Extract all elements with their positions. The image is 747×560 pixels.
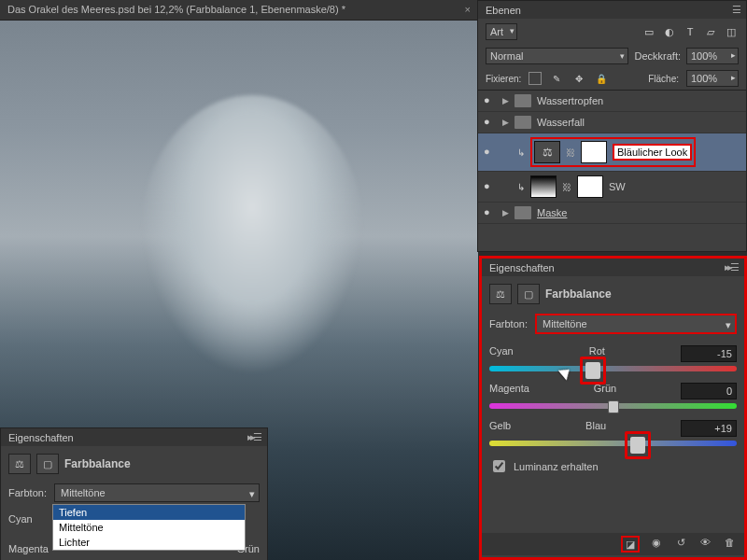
visibility-icon[interactable] [484, 180, 497, 193]
properties-panel: Eigenschaften ▸▸ ☰ ⚖ ▢ Farbbalance Farbt… [479, 256, 747, 560]
filter-type-icon[interactable]: T [683, 25, 698, 38]
fill-input[interactable]: 100% [686, 70, 739, 87]
tone-select[interactable]: Mitteltöne [54, 483, 260, 502]
view-previous-icon[interactable]: ◉ [649, 536, 664, 549]
clip-icon: ↳ [517, 147, 525, 158]
layer-label: Wassertropfen [537, 95, 603, 106]
link-icon[interactable]: ⛓ [566, 147, 575, 158]
mask-panel-icon[interactable]: ▢ [36, 454, 59, 474]
visibility-icon[interactable] [484, 94, 497, 107]
dropdown-option[interactable]: Lichter [53, 535, 245, 550]
tone-label: Farbton: [489, 318, 528, 329]
layers-panel-title: Ebenen [486, 5, 521, 16]
adjustment-icon[interactable]: ⚖ [489, 284, 512, 304]
slider-left-label: Cyan [489, 345, 514, 362]
panel-menu-icon[interactable]: ▸▸ ☰ [725, 261, 737, 273]
properties-title: Eigenschaften [489, 262, 555, 273]
filter-smart-icon[interactable]: ◫ [724, 25, 739, 38]
luminance-checkbox[interactable]: Luminanz erhalten [489, 457, 737, 475]
mask-panel-icon[interactable]: ▢ [517, 284, 540, 304]
cyan-label: Cyan [8, 513, 33, 525]
yellow-blue-slider[interactable] [489, 441, 737, 446]
slider-knob[interactable] [580, 357, 606, 385]
layer-name-edit[interactable]: Bläulicher Look [613, 144, 692, 161]
link-icon[interactable]: ⛓ [562, 182, 571, 192]
layer-adjustment[interactable]: ↳ ⚖ ⛓ Bläulicher Look [478, 133, 746, 172]
balance-thumb-icon: ⚖ [534, 141, 560, 163]
lock-move-icon[interactable]: ✥ [571, 72, 586, 85]
slider-right-label: Grün [594, 383, 616, 399]
properties-left-title: Eigenschaften [8, 432, 74, 443]
document-tab[interactable]: Das Orakel des Meeres.psd bei 12,2% (Far… [0, 0, 478, 21]
magenta-label: Magenta [8, 543, 49, 554]
clip-icon: ↳ [517, 182, 525, 192]
filter-kind-select[interactable]: Art [486, 23, 517, 40]
expand-icon[interactable]: ▶ [502, 96, 509, 105]
slider-left-label: Magenta [489, 383, 529, 399]
reset-icon[interactable]: ↺ [673, 536, 688, 549]
panel-menu-icon[interactable]: ☰ [732, 4, 739, 16]
dropdown-option[interactable]: Mitteltöne [53, 520, 245, 535]
slider-value-input[interactable]: 0 [681, 383, 737, 399]
blend-mode-select[interactable]: Normal [486, 48, 628, 64]
trash-icon[interactable]: 🗑 [722, 536, 737, 549]
layer-label: Wasserfall [537, 117, 585, 128]
filter-adjust-icon[interactable]: ◐ [662, 25, 677, 38]
layer-group[interactable]: ▶ Wassertropfen [478, 91, 746, 112]
visibility-icon[interactable] [484, 206, 497, 219]
document-title: Das Orakel des Meeres.psd bei 12,2% (Far… [7, 4, 345, 15]
tone-label: Farbton: [8, 487, 47, 498]
luminance-label: Luminanz erhalten [514, 461, 599, 472]
close-tab-icon[interactable]: × [465, 4, 471, 15]
layer-label: Maske [537, 207, 567, 218]
layer-group[interactable]: ▶ Maske [478, 203, 746, 224]
toggle-visibility-icon[interactable]: 👁 [698, 536, 712, 549]
properties-header: Eigenschaften ▸▸ ☰ [482, 259, 744, 276]
fill-label: Fläche: [648, 74, 679, 84]
tone-dropdown[interactable]: Tiefen Mitteltöne Lichter [52, 504, 246, 551]
mask-thumb[interactable] [581, 141, 607, 163]
visibility-icon[interactable] [484, 146, 497, 159]
layers-panel: Ebenen ☰ Art ▭ ◐ T ▱ ◫ Normal Deckkraft:… [477, 0, 747, 252]
opacity-input[interactable]: 100% [686, 48, 739, 64]
slider-knob[interactable] [608, 400, 619, 413]
opacity-label: Deckkraft: [634, 50, 681, 62]
adjustment-name: Farbbalance [545, 287, 612, 301]
slider-left-label: Gelb [489, 420, 511, 437]
folder-icon [514, 206, 531, 219]
properties-left-header: Eigenschaften ▸▸ ☰ [1, 428, 267, 446]
properties-panel-left: Eigenschaften ▸▸ ☰ ⚖ ▢ Farbbalance Farbt… [0, 427, 268, 560]
dropdown-option[interactable]: Tiefen [53, 505, 245, 520]
slider-value-input[interactable]: -15 [681, 345, 737, 362]
filter-pixel-icon[interactable]: ▭ [641, 25, 656, 38]
magenta-green-slider[interactable] [489, 403, 737, 409]
adjustment-name: Farbbalance [64, 457, 131, 470]
lock-label: Fixieren: [486, 74, 521, 84]
mask-thumb[interactable] [577, 175, 603, 198]
bw-thumb-icon [530, 175, 557, 198]
layer-label: SW [609, 181, 626, 192]
layer-adjustment[interactable]: ↳ ⛓ SW [478, 172, 746, 203]
slider-value-input[interactable]: +19 [681, 420, 737, 437]
layers-panel-header: Ebenen ☰ [478, 1, 746, 19]
slider-right-label: Blau [585, 420, 606, 437]
tone-select[interactable]: Mitteltöne [535, 314, 737, 334]
expand-icon[interactable]: ▶ [502, 208, 509, 217]
clip-to-layer-icon[interactable]: ◪ [621, 536, 640, 553]
layer-group[interactable]: ▶ Wasserfall [478, 112, 746, 133]
lock-transparency-icon[interactable] [529, 72, 542, 85]
folder-icon [514, 116, 531, 129]
cyan-red-slider[interactable] [489, 366, 737, 371]
slider-knob[interactable] [625, 431, 651, 459]
panel-menu-icon[interactable]: ▸▸ ☰ [247, 431, 260, 443]
cursor-icon [561, 366, 574, 383]
visibility-icon[interactable] [484, 116, 497, 129]
adjustment-icon[interactable]: ⚖ [8, 454, 31, 474]
lock-brush-icon[interactable]: ✎ [549, 72, 564, 85]
expand-icon[interactable]: ▶ [502, 118, 509, 127]
filter-shape-icon[interactable]: ▱ [703, 25, 718, 38]
lock-all-icon[interactable]: 🔒 [594, 72, 609, 85]
folder-icon [514, 94, 531, 107]
